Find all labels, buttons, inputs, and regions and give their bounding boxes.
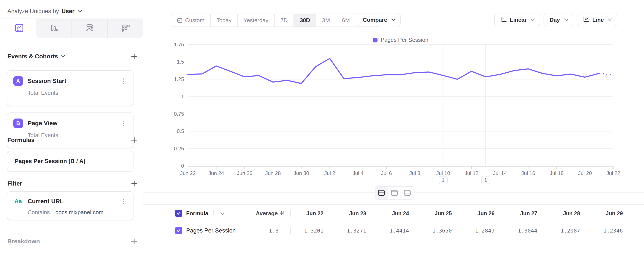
- sort-icon[interactable]: [280, 210, 286, 217]
- tab-funnels[interactable]: [36, 19, 72, 38]
- x-tick-label: Jul 20: [578, 170, 592, 176]
- cell-value: 1.2849: [461, 228, 504, 234]
- interval-label: Day: [550, 16, 560, 23]
- column-header[interactable]: Jun 29: [590, 210, 632, 217]
- column-header[interactable]: Jun 26: [461, 210, 504, 217]
- x-tick-label: Jul 18: [550, 170, 564, 176]
- x-tick-label: Jul 16: [521, 170, 535, 176]
- add-filter-button[interactable]: [130, 180, 138, 187]
- formula-dropdown[interactable]: Formula: [186, 210, 208, 217]
- annotation-badge-label: 1: [484, 177, 487, 183]
- column-header[interactable]: Jun 25: [418, 210, 461, 217]
- cell-value: 1.3044: [504, 228, 547, 234]
- y-tick-label: 0.5: [177, 128, 184, 134]
- event-card-session-start[interactable]: A Session Start Total Events: [7, 70, 134, 106]
- cell-value: 1.3201: [290, 228, 333, 234]
- tab-insights[interactable]: [2, 19, 36, 38]
- bar-chart-icon: [49, 23, 59, 34]
- chevron-down-icon[interactable]: [61, 53, 65, 58]
- results-table: Formula 1 Average Jun 22Jun 23Jun 24Jun …: [144, 204, 644, 239]
- compare-button[interactable]: Compare: [357, 13, 400, 26]
- cell-value: 1.2346: [590, 228, 632, 234]
- date-column-headers: Jun 22Jun 23Jun 24Jun 25Jun 26Jun 27Jun …: [290, 210, 632, 217]
- annotation-markers[interactable]: 11: [439, 176, 490, 184]
- date-range-30d[interactable]: 30D: [294, 14, 316, 26]
- add-breakdown-button[interactable]: [130, 238, 138, 245]
- gridlines: [188, 45, 613, 149]
- add-formula-button[interactable]: [130, 136, 138, 144]
- analyze-by-dropdown[interactable]: User: [62, 8, 74, 15]
- query-builder-sidebar: Analyze Uniques by User: [2, 0, 144, 256]
- event-title: Page View: [28, 120, 58, 127]
- layout-table-button[interactable]: [400, 187, 414, 199]
- date-range-6m[interactable]: 6M: [336, 14, 356, 26]
- filter-section-title: Filter: [7, 180, 22, 187]
- annotation-badge-label: 1: [442, 177, 445, 183]
- string-property-icon: Aa: [14, 197, 23, 206]
- series-line-projected: [599, 73, 613, 75]
- axes: 00.250.50.7511.251.51.75Jun 22Jun 24Jun …: [174, 42, 620, 176]
- y-tick-label: 0: [181, 163, 184, 169]
- date-range-label: Today: [216, 17, 232, 24]
- cell-value: 1.3650: [418, 228, 461, 234]
- events-section-header: Events & Cohorts: [7, 52, 138, 61]
- chevron-down-icon: [220, 211, 224, 215]
- events-section-title: Events & Cohorts: [7, 53, 58, 60]
- event-measurement[interactable]: Total Events: [28, 90, 127, 96]
- date-range-custom[interactable]: Custom: [171, 14, 210, 26]
- formula-expression: Pages Per Session (B / A): [15, 158, 86, 165]
- legend-item-pages-per-session[interactable]: Pages Per Session: [373, 37, 428, 43]
- select-all-checkbox[interactable]: [175, 210, 182, 217]
- kebab-menu-icon[interactable]: [120, 77, 127, 85]
- tab-retention[interactable]: [107, 19, 143, 38]
- interval-button[interactable]: Day: [544, 13, 574, 26]
- layout-chart-button[interactable]: [388, 187, 400, 199]
- date-range-7d[interactable]: 7D: [274, 14, 294, 26]
- date-range-control: CustomTodayYesterday7D30D3M6M12M: [170, 13, 379, 27]
- scale-label: Linear: [510, 16, 527, 23]
- legend-label: Pages Per Session: [380, 37, 428, 43]
- kebab-menu-icon[interactable]: [120, 198, 127, 205]
- cell-value: 1.3271: [333, 228, 376, 234]
- formula-card[interactable]: Pages Per Session (B / A): [7, 151, 134, 171]
- formula-number: 1: [212, 210, 215, 217]
- x-tick-label: Jun 26: [237, 170, 252, 176]
- event-badge-a: A: [14, 76, 23, 86]
- column-header[interactable]: Jun 24: [376, 210, 418, 217]
- add-event-button[interactable]: [130, 53, 138, 60]
- breakdown-section-title: Breakdown: [7, 238, 40, 245]
- x-tick-label: Jun 22: [180, 170, 196, 176]
- filter-card-current-url[interactable]: Aa Current URL Contains docs.mixpanel.co…: [7, 191, 134, 220]
- chart-type-button[interactable]: Line: [577, 13, 617, 26]
- layout-split-button[interactable]: [375, 187, 388, 199]
- chevron-down-icon: [391, 17, 396, 21]
- x-tick-label: Jul 14: [493, 170, 507, 176]
- date-range-today[interactable]: Today: [210, 14, 237, 26]
- filter-value[interactable]: docs.mixpanel.com: [56, 209, 104, 216]
- date-range-label: Custom: [185, 17, 204, 24]
- column-header[interactable]: Jun 27: [504, 210, 547, 217]
- series: [188, 58, 613, 83]
- line-chart-icon: [583, 16, 589, 24]
- filter-property: Current URL: [28, 198, 64, 205]
- breakdown-section-header: Breakdown: [7, 237, 138, 246]
- chevron-down-icon: [608, 17, 612, 21]
- column-header[interactable]: Jun 22: [290, 210, 333, 217]
- column-header[interactable]: Jun 23: [333, 210, 376, 217]
- scale-button[interactable]: Linear: [494, 13, 540, 26]
- y-tick-label: 0.25: [174, 146, 184, 151]
- line-chart-icon: [14, 23, 24, 34]
- kebab-menu-icon[interactable]: [120, 120, 127, 127]
- tab-flows[interactable]: [72, 19, 107, 38]
- row-checkbox[interactable]: [175, 227, 182, 234]
- filter-section-header: Filter: [7, 179, 138, 188]
- filter-operator[interactable]: Contains: [28, 209, 50, 216]
- date-range-3m[interactable]: 3M: [316, 14, 336, 26]
- calendar-icon: [177, 17, 182, 23]
- x-tick-label: Jul 4: [353, 170, 364, 176]
- analyze-row: Analyze Uniques by User: [7, 6, 82, 16]
- chevron-down-icon: [78, 8, 82, 12]
- date-range-label: 6M: [342, 17, 350, 24]
- date-range-yesterday[interactable]: Yesterday: [237, 14, 274, 26]
- column-header[interactable]: Jun 28: [547, 210, 590, 217]
